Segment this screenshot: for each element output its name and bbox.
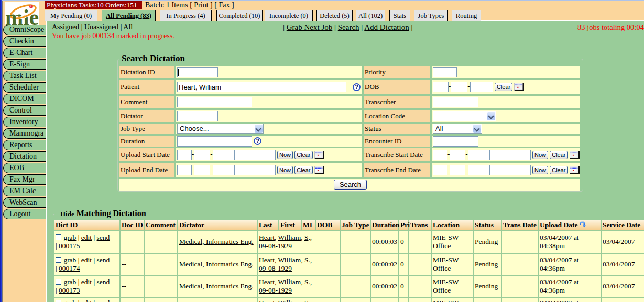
svg-text:mie: mie	[5, 5, 39, 25]
